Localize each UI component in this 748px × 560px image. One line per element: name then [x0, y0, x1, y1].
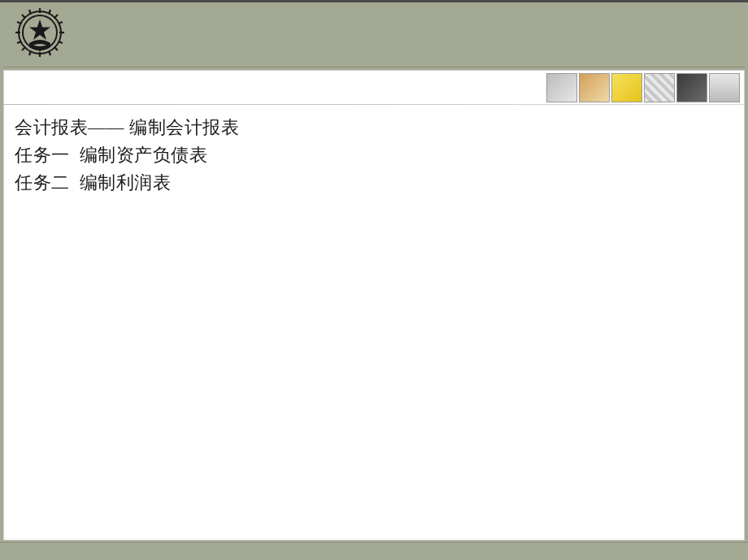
thumbnail-icon: [644, 73, 675, 102]
footer-band: [0, 542, 748, 560]
slide-text-block: 会计报表—— 编制会计报表 任务一 编制资产负债表 任务二 编制利润表: [15, 114, 733, 197]
task-line-2: 任务二 编制利润表: [15, 169, 733, 197]
gear-badge-icon: [15, 7, 65, 58]
task-line-1: 任务一 编制资产负债表: [15, 141, 733, 169]
header-band: [3, 2, 745, 67]
thumbnail-icon: [676, 73, 707, 102]
svg-marker-18: [29, 20, 50, 40]
thumbnail-icon: [579, 73, 610, 102]
divider-line: [3, 104, 745, 105]
slide-title: 会计报表—— 编制会计报表: [15, 114, 733, 141]
thumbnail-icon: [611, 73, 642, 102]
svg-rect-19: [39, 46, 41, 51]
thumbnail-icon: [546, 73, 577, 102]
thumbnail-icon: [709, 73, 740, 102]
thumbnail-row: [546, 73, 740, 102]
